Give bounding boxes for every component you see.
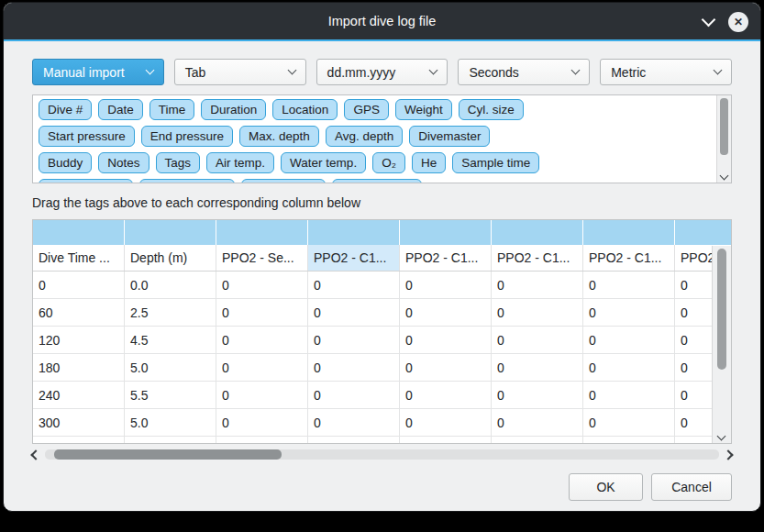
column-header-5[interactable]: PPO2 - C1... [492,245,583,271]
tag-air-temp[interactable]: Air temp. [206,152,274,173]
column-header-4[interactable]: PPO2 - C1... [400,245,492,271]
tag-avg-depth[interactable]: Avg. depth [326,126,403,147]
drop-target-col-3[interactable] [308,220,399,245]
import-type-select[interactable]: Manual import [32,59,164,85]
column-header-3[interactable]: PPO2 - C1... [308,245,400,271]
tag-dive[interactable]: Dive # [39,99,92,120]
date-format-select[interactable]: dd.mm.yyyy [316,59,448,85]
scroll-left-icon[interactable] [30,449,40,460]
units-value: Metric [611,65,646,80]
table-cell: 240 [33,382,125,408]
tag-sample-po[interactable]: Sample pO₂ [241,179,327,183]
table-cell: 0 [216,327,308,353]
tag-sample-cns[interactable]: Sample CNS [332,179,422,183]
table-cell: 0.0 [125,272,216,298]
column-header-6[interactable]: PPO2 - C1... [583,245,675,271]
tag-location[interactable]: Location [272,99,338,120]
tag-tags[interactable]: Tags [156,152,201,173]
import-dialog: Import dive log file ✕ Manual import Tab… [3,2,761,512]
tag-end-pressure[interactable]: End pressure [141,126,233,147]
tag-water-temp[interactable]: Water temp. [281,152,366,173]
table-row [33,437,731,444]
table-cell: 5.0 [125,409,216,436]
tag-sample-time[interactable]: Sample time [452,152,539,173]
column-header-2[interactable]: PPO2 - Se... [216,245,308,271]
screen: Import dive log file ✕ Manual import Tab… [0,0,764,532]
drop-target-col-1[interactable] [125,220,216,245]
scrollbar-thumb[interactable] [717,249,726,370]
close-icon[interactable]: ✕ [728,12,748,32]
import-type-value: Manual import [43,65,125,80]
chevron-down-icon[interactable] [702,13,716,28]
tag-o[interactable]: O₂ [372,152,405,173]
tag-divemaster[interactable]: Divemaster [409,126,490,147]
table-cell: 180 [33,354,125,381]
drop-target-col-5[interactable] [492,220,582,245]
table-cell: 0 [492,354,583,381]
scrollbar-thumb[interactable] [720,98,728,155]
titlebar-buttons: ✕ [703,3,748,41]
table-cell: 0 [216,382,308,408]
drop-target-col-0[interactable] [33,220,124,245]
table-cell: 0 [400,354,492,381]
drag-instruction: Drag the tags above to each correspondin… [32,195,732,210]
tag-buddy[interactable]: Buddy [39,152,92,173]
cancel-button[interactable]: Cancel [651,473,732,501]
table-cell: 5.5 [125,382,216,408]
scroll-right-icon[interactable] [723,449,733,460]
table-cell: 0 [400,327,492,353]
table-cell [583,437,675,444]
table-cell [400,437,492,444]
units-select[interactable]: Metric [600,59,732,85]
ok-button[interactable]: OK [569,473,643,501]
duration-format-select[interactable]: Seconds [458,59,590,85]
table-row: 3005.0000000 [33,409,731,437]
date-format-value: dd.mm.yyyy [327,65,396,80]
horizontal-scrollbar[interactable] [32,447,732,462]
scroll-down-icon[interactable] [717,432,726,441]
tag-list: Dive #DateTimeDurationLocationGPSWeightC… [32,94,732,183]
drop-target-col-7[interactable] [675,220,732,245]
table-cell: 0 [216,409,308,436]
tag-time[interactable]: Time [149,99,195,120]
tag-weight[interactable]: Weight [395,99,452,120]
tag-cyl-size[interactable]: Cyl. size [459,99,524,120]
drop-target-col-4[interactable] [400,220,491,245]
table-cell: 0 [308,299,400,326]
tag-sample-depth[interactable]: Sample depth [39,179,133,183]
drop-target-col-6[interactable] [583,220,674,245]
tag-max-depth[interactable]: Max. depth [239,126,319,147]
scroll-down-icon[interactable] [720,172,729,181]
tag-row: Start pressureEnd pressureMax. depthAvg.… [39,126,725,147]
table-cell: 0 [400,299,492,326]
column-header-0[interactable]: Dive Time ... [33,245,125,271]
tag-sample-temp[interactable]: Sample temp. [139,179,234,183]
table-scrollbar[interactable] [712,246,731,443]
tag-row: BuddyNotesTagsAir temp.Water temp.O₂HeSa… [39,152,725,173]
tag-he[interactable]: He [412,152,446,173]
table-cell: 0 [492,272,583,298]
tag-notes[interactable]: Notes [98,152,149,173]
table-cell: 60 [33,299,125,326]
drop-target-col-2[interactable] [216,220,307,245]
titlebar[interactable]: Import dive log file ✕ [4,3,760,41]
tag-gps[interactable]: GPS [344,99,389,120]
field-separator-select[interactable]: Tab [174,59,306,85]
field-separator-value: Tab [185,65,206,80]
scrollbar-track[interactable] [45,449,719,460]
table-cell: 0 [583,409,675,436]
tag-duration[interactable]: Duration [201,99,266,120]
tag-scrollbar[interactable] [716,95,731,183]
table-row: 00.0000000 [33,272,731,299]
tag-start-pressure[interactable]: Start pressure [39,126,135,147]
tag-date[interactable]: Date [98,99,143,120]
table-cell [308,437,400,444]
table-cell: 0 [492,382,583,408]
chevron-down-icon [145,66,154,75]
table-cell [33,437,125,444]
column-header-1[interactable]: Depth (m) [125,245,216,271]
scrollbar-thumb[interactable] [54,449,282,460]
table-cell: 0 [308,354,400,381]
table-cell: 0 [308,382,400,408]
table-cell: 5.0 [125,354,216,381]
